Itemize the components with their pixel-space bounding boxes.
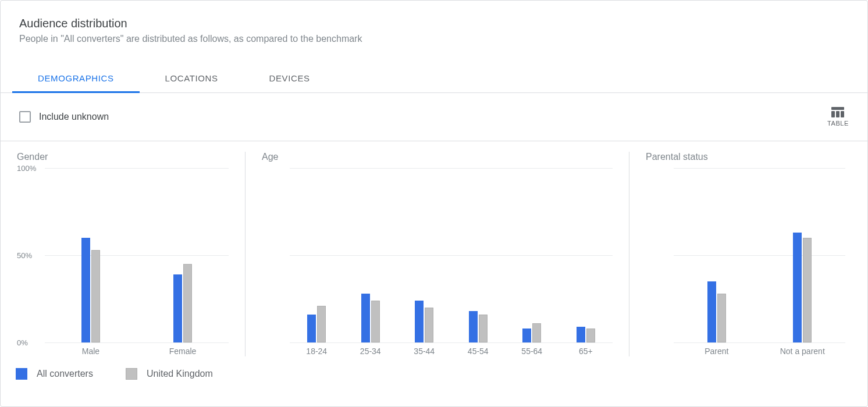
bar-benchmark[interactable] <box>425 308 433 342</box>
bar-all-converters[interactable] <box>577 327 585 342</box>
tab-locations[interactable]: LOCATIONS <box>140 65 244 93</box>
bar-all-converters[interactable] <box>173 274 182 342</box>
card-header: Audience distribution People in "All con… <box>1 1 867 44</box>
legend-text-b: United Kingdom <box>147 369 213 379</box>
chart-title-parental: Parental status <box>646 152 845 162</box>
plot-area <box>45 168 229 342</box>
x-axis: MaleFemale <box>45 342 229 356</box>
plot-age: 18-2425-3435-4445-5455-6465+ <box>262 168 613 356</box>
bar-all-converters[interactable] <box>361 294 370 342</box>
bar-all-converters[interactable] <box>522 329 531 342</box>
bar-group <box>760 168 846 342</box>
include-unknown-checkbox[interactable]: Include unknown <box>19 111 109 123</box>
bar-all-converters[interactable] <box>469 311 478 342</box>
audience-distribution-card: Audience distribution People in "All con… <box>0 0 868 407</box>
bar-benchmark[interactable] <box>317 306 326 342</box>
legend-text-a: All converters <box>37 369 93 379</box>
swatch-blue <box>16 368 27 380</box>
controls-row: Include unknown TABLE <box>1 93 867 141</box>
bar-benchmark[interactable] <box>371 301 380 342</box>
bar-all-converters[interactable] <box>793 233 802 342</box>
x-tick-label: Parent <box>674 343 760 356</box>
x-tick-label: 45-54 <box>451 343 506 356</box>
table-view-button[interactable]: TABLE <box>827 107 849 127</box>
table-button-label: TABLE <box>827 120 849 127</box>
plot-parental: ParentNot a parent <box>646 168 845 356</box>
checkbox-label: Include unknown <box>39 112 109 122</box>
bar-group <box>137 168 229 342</box>
x-tick-label: Male <box>45 343 137 356</box>
chart-title-gender: Gender <box>17 152 229 162</box>
y-tick-label: 100% <box>17 164 36 173</box>
x-tick-label: 55-64 <box>505 343 559 356</box>
plot-area <box>674 168 845 342</box>
x-tick-label: 18-24 <box>290 343 344 356</box>
bar-group <box>290 168 344 342</box>
bar-group <box>559 168 613 342</box>
card-subtitle: People in "All converters" are distribut… <box>19 34 849 44</box>
legend-item-benchmark: United Kingdom <box>126 368 213 380</box>
chart-title-age: Age <box>262 152 613 162</box>
chart-parental: Parental statusParentNot a parent <box>629 152 862 356</box>
x-axis: ParentNot a parent <box>674 342 845 356</box>
bar-all-converters[interactable] <box>707 281 716 342</box>
swatch-grey <box>126 368 137 380</box>
charts-row: Gender0%50%100%MaleFemaleAge18-2425-3435… <box>1 141 867 356</box>
bar-all-converters[interactable] <box>415 301 424 342</box>
bar-benchmark[interactable] <box>183 264 192 342</box>
bar-benchmark[interactable] <box>803 238 812 342</box>
y-tick-label: 0% <box>17 338 28 347</box>
x-tick-label: 65+ <box>559 343 613 356</box>
bar-benchmark[interactable] <box>91 250 100 342</box>
bar-group <box>505 168 559 342</box>
plot-gender: 0%50%100%MaleFemale <box>17 168 229 356</box>
tab-demographics[interactable]: DEMOGRAPHICS <box>12 65 140 93</box>
bar-benchmark[interactable] <box>532 323 541 342</box>
bar-group <box>45 168 137 342</box>
x-axis: 18-2425-3435-4445-5455-6465+ <box>290 342 613 356</box>
chart-age: Age18-2425-3435-4445-5455-6465+ <box>245 152 629 356</box>
bar-group <box>397 168 451 342</box>
bar-group <box>344 168 398 342</box>
bar-benchmark[interactable] <box>717 294 726 342</box>
bar-all-converters[interactable] <box>307 315 316 342</box>
x-tick-label: 35-44 <box>397 343 451 356</box>
tab-devices[interactable]: DEVICES <box>244 65 336 93</box>
plot-area <box>290 168 613 342</box>
legend: All converters United Kingdom <box>1 356 867 391</box>
y-tick-label: 50% <box>17 251 32 260</box>
card-title: Audience distribution <box>19 17 849 30</box>
legend-item-all-converters: All converters <box>16 368 93 380</box>
bar-benchmark[interactable] <box>479 315 488 342</box>
x-tick-label: 25-34 <box>344 343 398 356</box>
bar-all-converters[interactable] <box>81 238 90 342</box>
chart-gender: Gender0%50%100%MaleFemale <box>1 152 245 356</box>
bar-group <box>674 168 760 342</box>
tab-strip: DEMOGRAPHICS LOCATIONS DEVICES <box>1 65 867 93</box>
checkbox-box <box>19 111 31 123</box>
bar-benchmark[interactable] <box>586 329 595 342</box>
table-icon <box>831 107 844 117</box>
x-tick-label: Not a parent <box>760 343 846 356</box>
x-tick-label: Female <box>137 343 229 356</box>
bar-group <box>451 168 506 342</box>
